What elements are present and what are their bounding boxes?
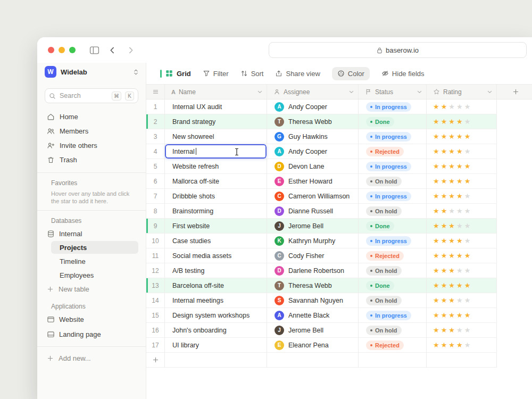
star-filled-icon[interactable]: ★ [456,312,463,319]
chevron-down-icon[interactable] [257,90,262,94]
rating-cell[interactable]: ★★★★★ [427,308,497,322]
maximize-window-button[interactable] [69,47,76,53]
rating-cell[interactable]: ★★★★★ [427,293,497,307]
row-number-cell[interactable]: 16 [146,323,165,337]
rating-cell[interactable]: ★★★★★ [427,278,497,293]
status-cell[interactable]: In progress [359,308,427,322]
filter-button[interactable]: Filter [203,70,229,78]
row-number-cell[interactable]: 5 [146,159,165,173]
sidebar-toggle-icon[interactable] [87,43,101,57]
star-empty-icon[interactable]: ★ [464,342,471,348]
assignee-cell[interactable]: T Theresa Webb [267,114,359,129]
star-filled-icon[interactable]: ★ [448,297,455,304]
chevron-down-icon[interactable] [349,90,354,94]
name-cell[interactable]: Brainstorming [165,204,267,218]
star-filled-icon[interactable]: ★ [433,282,439,289]
star-empty-icon[interactable]: ★ [464,267,471,274]
star-filled-icon[interactable]: ★ [448,267,455,274]
star-empty-icon[interactable]: ★ [456,297,463,304]
status-cell[interactable]: Done [359,219,427,233]
star-empty-icon[interactable]: ★ [456,207,463,214]
assignee-cell[interactable]: A Andy Cooper [267,99,359,114]
color-button[interactable]: Color [332,67,370,80]
rating-cell[interactable]: ★★★★★ [427,219,497,233]
star-filled-icon[interactable]: ★ [433,133,439,140]
star-filled-icon[interactable]: ★ [448,252,455,259]
add-row-button[interactable] [146,353,165,367]
star-empty-icon[interactable]: ★ [464,148,471,155]
star-filled-icon[interactable]: ★ [464,163,471,170]
star-filled-icon[interactable]: ★ [433,163,439,170]
star-filled-icon[interactable]: ★ [448,282,455,289]
assignee-cell[interactable]: C Cameron Williamson [267,189,359,203]
star-filled-icon[interactable]: ★ [448,327,455,334]
star-filled-icon[interactable]: ★ [456,342,463,348]
hide-fields-button[interactable]: Hide fields [381,70,425,78]
search-input[interactable] [60,92,108,99]
chevron-down-icon[interactable] [487,90,492,94]
column-header-assignee[interactable]: Assignee [267,85,359,99]
star-filled-icon[interactable]: ★ [464,252,471,259]
star-empty-icon[interactable]: ★ [456,267,463,274]
status-cell[interactable]: On hold [359,174,427,188]
star-filled-icon[interactable]: ★ [433,342,439,348]
star-filled-icon[interactable]: ★ [441,342,447,348]
address-bar[interactable]: baserow.io [269,42,527,58]
add-column-button[interactable] [497,85,532,99]
close-window-button[interactable] [48,47,54,53]
star-filled-icon[interactable]: ★ [456,193,463,200]
assignee-cell[interactable]: J Jerome Bell [267,323,359,337]
sidebar-item-invite-others[interactable]: Invite others [37,138,146,153]
star-filled-icon[interactable]: ★ [448,312,455,319]
star-filled-icon[interactable]: ★ [433,103,439,110]
column-header-name[interactable]: A Name [165,85,267,99]
star-filled-icon[interactable]: ★ [433,207,439,214]
star-empty-icon[interactable]: ★ [464,207,471,214]
sidebar-item-home[interactable]: Home [37,110,146,124]
rating-cell[interactable]: ★★★★★ [427,338,497,352]
assignee-cell[interactable]: T Theresa Webb [267,278,359,293]
chevron-down-icon[interactable] [417,90,422,94]
sidebar-item-trash[interactable]: Trash [37,153,146,167]
star-filled-icon[interactable]: ★ [448,163,455,170]
name-cell[interactable]: New showreel [165,129,267,144]
status-cell[interactable]: Rejected [359,338,427,352]
back-icon[interactable] [105,43,119,57]
rating-cell[interactable]: ★★★★★ [427,189,497,203]
star-filled-icon[interactable]: ★ [441,178,447,185]
name-cell[interactable]: Mallorca off-site [165,174,267,188]
star-filled-icon[interactable]: ★ [441,193,447,200]
star-empty-icon[interactable]: ★ [464,327,471,334]
rating-cell[interactable]: ★★★★★ [427,129,497,144]
name-cell[interactable]: Internal meetings [165,293,267,307]
row-number-cell[interactable]: 8 [146,204,165,218]
name-cell[interactable]: Website refresh [165,159,267,173]
star-filled-icon[interactable]: ★ [456,178,463,185]
assignee-cell[interactable]: G Guy Hawkins [267,129,359,144]
star-filled-icon[interactable]: ★ [456,252,463,259]
search-box[interactable]: ⌘ K [45,88,138,103]
star-filled-icon[interactable]: ★ [433,178,439,185]
star-filled-icon[interactable]: ★ [464,178,471,185]
sidebar-table-employees[interactable]: Employees [51,269,138,281]
sidebar-table-timeline[interactable]: Timeline [51,255,138,268]
name-cell[interactable]: A/B testing [165,263,267,278]
star-empty-icon[interactable]: ★ [464,237,471,244]
column-header-status[interactable]: Status [359,85,427,99]
new-table-button[interactable]: New table [37,282,146,296]
sidebar-table-projects[interactable]: Projects [51,241,138,254]
sidebar-app-website[interactable]: Website [37,312,146,326]
star-filled-icon[interactable]: ★ [441,103,447,110]
status-cell[interactable]: Done [359,278,427,293]
star-empty-icon[interactable]: ★ [464,222,471,229]
status-cell[interactable]: In progress [359,234,427,248]
rating-cell[interactable]: ★★★★★ [427,174,497,188]
star-empty-icon[interactable]: ★ [456,327,463,334]
rating-cell[interactable]: ★★★★★ [427,99,497,114]
star-filled-icon[interactable]: ★ [448,222,455,229]
sidebar-item-members[interactable]: Members [37,124,146,138]
star-filled-icon[interactable]: ★ [441,267,447,274]
star-filled-icon[interactable]: ★ [433,297,439,304]
star-filled-icon[interactable]: ★ [448,148,455,155]
star-filled-icon[interactable]: ★ [441,163,447,170]
